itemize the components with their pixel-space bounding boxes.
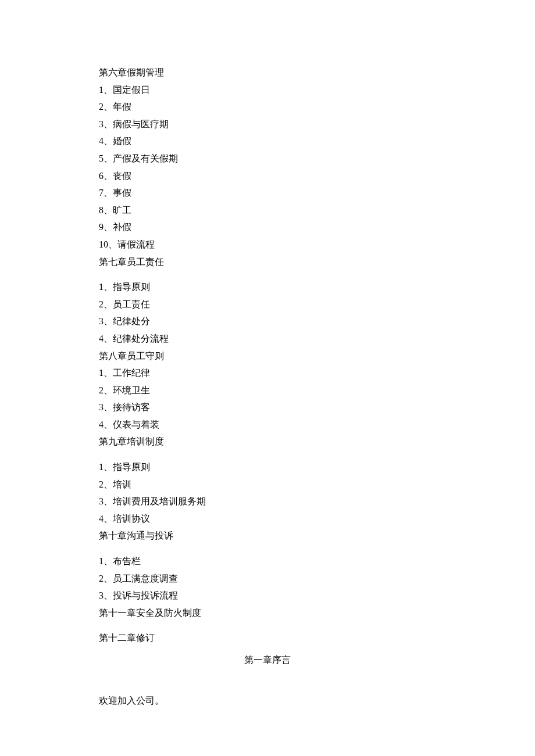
toc-line: 第九章培训制度	[99, 433, 436, 450]
toc-line: 4、纪律处分流程	[99, 330, 436, 347]
section-spacer	[99, 270, 436, 278]
chapter-heading: 第一章序言	[99, 651, 436, 669]
toc-line: 7、事假	[99, 184, 436, 202]
toc-line: 第十二章修订	[99, 629, 436, 647]
toc-line: 1、指导原则	[99, 458, 436, 476]
toc-line: 1、布告栏	[99, 553, 436, 570]
toc-line: 第八章员工守则	[99, 347, 436, 365]
toc-line: 8、旷工	[99, 202, 436, 219]
section-spacer	[99, 450, 436, 458]
toc-line: 9、补假	[99, 218, 436, 236]
toc-line: 4、培训协议	[99, 510, 436, 528]
toc-line: 1、指导原则	[99, 278, 436, 296]
toc-line: 5、产假及有关假期	[99, 150, 436, 167]
toc-line: 3、投诉与投诉流程	[99, 587, 436, 604]
toc-line: 10、请假流程	[99, 236, 436, 253]
toc-line: 3、培训费用及培训服务期	[99, 493, 436, 510]
toc-line: 4、仪表与着装	[99, 416, 436, 433]
toc-line: 2、员工责任	[99, 296, 436, 313]
section-spacer	[99, 621, 436, 629]
toc-line: 3、纪律处分	[99, 313, 436, 330]
toc-line: 3、接待访客	[99, 399, 436, 416]
toc-line: 2、员工满意度调查	[99, 570, 436, 587]
toc-line: 第十一章安全及防火制度	[99, 604, 436, 622]
toc-line: 2、培训	[99, 476, 436, 493]
toc-line: 1、工作纪律	[99, 364, 436, 382]
toc-line: 第七章员工责任	[99, 253, 436, 271]
toc-line: 第六章假期管理	[99, 64, 436, 81]
toc-line: 2、年假	[99, 98, 436, 116]
welcome-text: 欢迎加入公司。	[99, 692, 436, 710]
toc-line: 6、丧假	[99, 167, 436, 185]
toc-line: 1、国定假日	[99, 81, 436, 99]
toc-line: 第十章沟通与投诉	[99, 527, 436, 544]
toc-line: 3、病假与医疗期	[99, 116, 436, 133]
toc-line: 4、婚假	[99, 132, 436, 150]
document-content: 第六章假期管理 1、国定假日 2、年假 3、病假与医疗期 4、婚假 5、产假及有…	[99, 64, 436, 709]
toc-line: 2、环境卫生	[99, 382, 436, 399]
section-spacer	[99, 544, 436, 553]
